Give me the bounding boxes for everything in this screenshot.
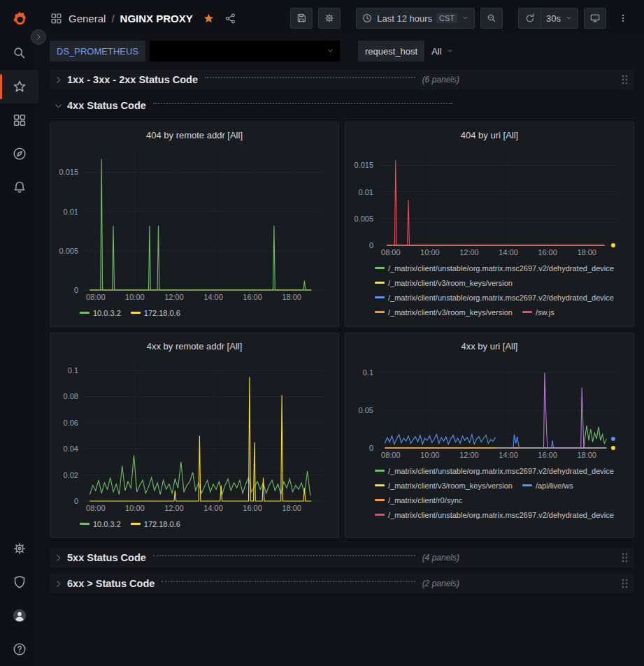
legend-series-label: /_matrix/client/unstable/org.matrix.msc2… (388, 294, 614, 302)
clock-icon (362, 13, 373, 24)
sidebar-expand-button[interactable] (31, 29, 46, 45)
breadcrumb: General / NGINX PROXY (50, 12, 236, 25)
dashboards-grid-icon (12, 113, 27, 128)
row-4xx[interactable]: 4xx Status Code (50, 96, 634, 115)
row-drag-handle[interactable] (620, 578, 634, 589)
panel-title[interactable]: 4xx by remote addr [All] (56, 336, 333, 356)
legend-item[interactable]: /_matrix/client/v3/room_keys/version (375, 305, 513, 319)
legend-item[interactable]: /_matrix/client/unstable/org.matrix.msc2… (375, 290, 614, 305)
legend-series-label: 172.18.0.6 (144, 520, 180, 528)
svg-text:14:00: 14:00 (203, 293, 223, 301)
legend-item[interactable]: 10.0.3.2 (80, 516, 121, 531)
legend-item[interactable]: 172.18.0.6 (131, 305, 180, 320)
legend-item[interactable]: 10.0.3.2 (80, 305, 121, 320)
request-host-variable-value[interactable]: All (424, 41, 460, 61)
datasource-variable-value[interactable] (150, 41, 340, 61)
refresh-button[interactable] (518, 8, 541, 29)
row-panel-count: (4 panels) (422, 553, 459, 563)
sidebar-item-alerting[interactable] (0, 171, 38, 204)
panel-title[interactable]: 404 by remote addr [All] (56, 125, 333, 145)
legend-item[interactable]: /_matrix/client/v3/room_keys/version (375, 275, 513, 290)
panel-legend: 10.0.3.2172.18.0.6 (56, 303, 333, 322)
legend-item[interactable]: /api/live/ws (522, 478, 573, 493)
top-navbar: General / NGINX PROXY (38, 0, 644, 36)
panel-title[interactable]: 404 by uri [All] (351, 125, 628, 145)
sidebar-item-configuration[interactable] (0, 532, 38, 565)
svg-text:08:00: 08:00 (86, 293, 106, 301)
legend-item[interactable]: /_matrix/client/r0/sync (375, 493, 462, 507)
row-panel-count: (6 panels) (422, 75, 459, 85)
svg-text:0.005: 0.005 (354, 215, 373, 223)
svg-text:14:00: 14:00 (499, 451, 518, 459)
tv-mode-button[interactable] (584, 8, 606, 29)
legend-series-marker (375, 484, 385, 486)
legend-item[interactable]: /_matrix/client/v3/room_keys/version (375, 478, 513, 493)
row-6xx[interactable]: 6xx > Status Code (2 panels) (50, 574, 634, 593)
datasource-variable-label[interactable]: DS_PROMETHEUS (50, 41, 145, 61)
favorite-star-button[interactable] (203, 13, 215, 24)
grafana-app: General / NGINX PROXY (0, 0, 644, 666)
svg-text:0.015: 0.015 (354, 161, 373, 169)
svg-text:16:00: 16:00 (243, 293, 262, 301)
save-dashboard-button[interactable] (290, 8, 313, 29)
sidebar-item-starred[interactable] (0, 70, 38, 103)
svg-text:10:00: 10:00 (125, 504, 145, 512)
sidebar-item-explore[interactable] (0, 137, 38, 171)
refresh-interval-dropdown[interactable]: 30s (541, 8, 578, 29)
svg-text:0.05: 0.05 (359, 406, 373, 414)
time-range-picker[interactable]: Last 12 hours CST (356, 8, 475, 29)
dashboard-settings-button[interactable] (318, 8, 341, 29)
timeseries-chart[interactable]: 08:0010:0012:0014:0016:0018:0000.020.040… (56, 356, 333, 514)
panel-4xx-by-remote-addr: 4xx by remote addr [All] 08:0010:0012:00… (50, 333, 339, 538)
legend-series-marker (522, 484, 532, 486)
row-title: 5xx Status Code (67, 552, 146, 563)
timeseries-chart[interactable]: 08:0010:0012:0014:0016:0018:0000.0050.01… (351, 145, 628, 258)
dashboard-title[interactable]: NGINX PROXY (120, 13, 193, 24)
refresh-icon (524, 13, 536, 24)
sidebar-item-help[interactable] (0, 632, 38, 666)
sidebar-item-dashboards[interactable] (0, 103, 38, 137)
more-options-button[interactable] (612, 8, 634, 29)
timeseries-chart[interactable]: 08:0010:0012:0014:0016:0018:0000.050.1 (351, 356, 628, 461)
legend-series-marker (80, 523, 90, 525)
panel-legend: /_matrix/client/unstable/org.matrix.msc2… (351, 258, 628, 322)
row-1xx-3xx-2xx[interactable]: 1xx - 3xx - 2xx Status Code (6 panels) (50, 70, 634, 89)
legend-series-label: /_matrix/client/unstable/org.matrix.msc2… (388, 264, 614, 273)
svg-text:14:00: 14:00 (203, 504, 223, 512)
legend-item[interactable]: /_matrix/client/unstable/org.matrix.msc2… (375, 261, 614, 275)
breadcrumb-folder[interactable]: General (69, 13, 106, 24)
row-title: 4xx Status Code (67, 100, 146, 111)
compass-icon (12, 146, 27, 161)
share-dashboard-button[interactable] (224, 13, 236, 24)
legend-series-marker (131, 523, 141, 525)
sidebar-item-server-admin[interactable] (0, 565, 38, 599)
svg-text:0: 0 (369, 444, 373, 452)
panel-title[interactable]: 4xx by uri [All] (351, 336, 628, 356)
zoom-out-button[interactable] (480, 8, 503, 29)
row-drag-handle[interactable] (620, 552, 634, 563)
panel-404-by-remote-addr: 404 by remote addr [All] 08:0010:0012:00… (50, 122, 339, 327)
search-icon (12, 45, 27, 61)
svg-text:16:00: 16:00 (538, 248, 557, 256)
request-host-variable-label[interactable]: request_host (358, 41, 424, 61)
timeseries-chart[interactable]: 08:0010:0012:0014:0016:0018:0000.0050.01… (56, 145, 333, 303)
svg-text:14:00: 14:00 (499, 248, 518, 256)
row-dotted-leader (153, 555, 415, 556)
legend-item[interactable]: /_matrix/client/unstable/org.matrix.msc2… (375, 507, 614, 522)
sidebar-item-profile[interactable] (0, 599, 38, 632)
save-icon (296, 13, 307, 24)
legend-series-label: /_matrix/client/r0/sync (388, 496, 462, 505)
legend-item[interactable]: /sw.js (522, 305, 554, 319)
legend-series-marker (375, 296, 385, 298)
legend-series-marker (375, 514, 385, 516)
row-5xx[interactable]: 5xx Status Code (4 panels) (50, 548, 634, 567)
legend-series-label: /_matrix/client/v3/room_keys/version (388, 482, 513, 490)
row-drag-handle[interactable] (620, 74, 634, 85)
timezone-badge: CST (436, 13, 457, 23)
svg-text:08:00: 08:00 (381, 248, 401, 256)
legend-item[interactable]: /_matrix/client/unstable/org.matrix.msc2… (375, 463, 614, 478)
legend-series-label: /api/live/ws (536, 482, 573, 490)
kebab-menu-icon (617, 13, 629, 24)
legend-item[interactable]: 172.18.0.6 (131, 516, 180, 531)
svg-text:08:00: 08:00 (381, 451, 401, 459)
